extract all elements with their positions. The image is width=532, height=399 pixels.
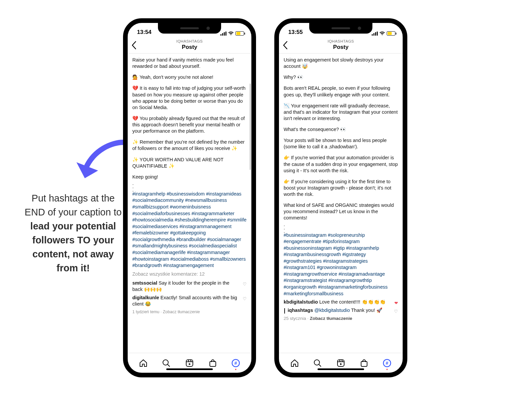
- caption-line: What's the consequence? 👀: [284, 126, 399, 133]
- like-comment-icon[interactable]: ♡: [394, 309, 398, 314]
- caption-line: 💔 It is easy to fall into trap of judgin…: [132, 85, 247, 111]
- hashtags-block[interactable]: #businessinstagram #solopreneurship #eng…: [284, 232, 399, 297]
- tab-hashtag[interactable]: #: [382, 358, 392, 368]
- home-icon: [290, 359, 299, 367]
- shop-icon: [360, 359, 368, 367]
- mention-link[interactable]: @kbdigitalstudio: [315, 308, 350, 313]
- svg-rect-14: [373, 33, 374, 36]
- tab-reels[interactable]: [185, 358, 195, 368]
- shop-icon: [208, 359, 217, 367]
- caption-line: Why? 👀: [284, 74, 399, 80]
- arrow-icon: [70, 139, 126, 186]
- tab-reels[interactable]: [336, 358, 346, 368]
- scroll-indicator[interactable]: [250, 83, 251, 170]
- tab-home[interactable]: [290, 358, 300, 368]
- comment-line[interactable]: digitalkunle Exactly! Small accounts wit…: [132, 295, 247, 307]
- svg-text:#: #: [234, 360, 237, 366]
- post-date: 25 stycznia: [284, 316, 306, 321]
- translate-link[interactable]: Zobacz tłumaczenie: [310, 316, 352, 321]
- tip-caption: Put hashtags at the END of your caption …: [23, 191, 123, 275]
- svg-rect-1: [222, 33, 223, 36]
- phone-notch: [158, 23, 221, 34]
- like-comment-icon[interactable]: ❤: [394, 300, 398, 306]
- header-title: Posty: [176, 44, 203, 51]
- post-content[interactable]: Raise your hand if vanity metrics made y…: [128, 54, 251, 353]
- caption-line: 👉 If you're worried that your automation…: [284, 155, 399, 174]
- caption-line: 💔 You probably already figured out that …: [132, 115, 247, 134]
- caption-line: Raise your hand if vanity metrics made y…: [132, 57, 247, 69]
- wifi-icon: [379, 32, 385, 36]
- tab-hashtag[interactable]: #: [231, 358, 241, 368]
- home-indicator[interactable]: [166, 368, 213, 370]
- tab-search[interactable]: [313, 358, 323, 368]
- nav-header: IQHASHTAGS Posty: [128, 37, 251, 54]
- phone-notch: [309, 23, 372, 34]
- svg-rect-23: [361, 361, 367, 366]
- post-content[interactable]: Using an engagement bot slowly destroys …: [279, 54, 403, 353]
- svg-rect-10: [210, 361, 216, 366]
- back-button[interactable]: [131, 41, 137, 51]
- comment-line[interactable]: smtssocial Say it louder for the people …: [132, 280, 247, 293]
- hashtag-icon: #: [383, 359, 391, 367]
- speaker-grill: [180, 27, 199, 29]
- svg-rect-2: [224, 32, 225, 36]
- comment-user[interactable]: kbdigitalstudio: [284, 299, 318, 305]
- svg-rect-15: [375, 32, 376, 36]
- comment-user[interactable]: digitalkunle: [132, 295, 159, 300]
- tab-bar: #: [279, 353, 403, 373]
- svg-line-18: [319, 364, 321, 366]
- status-time: 13:55: [288, 29, 303, 36]
- comment-user[interactable]: smtssocial: [132, 280, 157, 286]
- post-meta: 1 tydzień temu · Zobacz tłumaczenie: [132, 309, 247, 315]
- comment-user[interactable]: iqhashtags: [288, 308, 313, 313]
- header-subtitle: IQHASHTAGS: [176, 39, 203, 44]
- tab-home[interactable]: [138, 358, 148, 368]
- status-time: 13:54: [137, 29, 151, 36]
- home-indicator[interactable]: [318, 368, 364, 370]
- comment-text: Love the content!!!! 👏👏👏👏: [319, 299, 385, 305]
- battery-icon: [387, 31, 395, 36]
- comment-text: Thank you! 🚀: [351, 308, 382, 313]
- svg-rect-19: [337, 360, 344, 366]
- front-camera: [358, 27, 361, 30]
- tip-text: Put hashtags at the END of your caption …: [25, 193, 122, 217]
- hashtags-block[interactable]: #instagramhelp #businesswisdom #instagra…: [132, 191, 247, 269]
- view-all-comments[interactable]: Zobacz wszystkie komentarze: 12: [132, 271, 247, 277]
- svg-line-5: [168, 364, 170, 366]
- tab-search[interactable]: [161, 358, 171, 368]
- phone-mockup-right: 13:55 IQHASHTAGS Posty: [274, 18, 407, 377]
- comment-line[interactable]: kbdigitalstudio Love the content!!!! 👏👏👏…: [284, 299, 399, 305]
- search-icon: [313, 359, 322, 367]
- svg-rect-6: [186, 360, 193, 366]
- battery-icon: [235, 31, 244, 36]
- comment-reply-line[interactable]: iqhashtags @kbdigitalstudio Thank you! 🚀…: [284, 307, 399, 314]
- search-icon: [162, 359, 171, 367]
- tab-shop[interactable]: [359, 358, 369, 368]
- hashtag-icon: #: [231, 359, 240, 367]
- spacer-dots: ...: [284, 222, 399, 232]
- caption-line: What kind of SAFE and ORGANIC strategies…: [284, 202, 399, 221]
- svg-rect-0: [220, 34, 221, 36]
- svg-rect-13: [372, 34, 373, 36]
- caption-line: Bots aren't REAL people, so even if your…: [284, 85, 399, 98]
- phone-mockup-left: 13:54 IQHASHTAGS Posty: [123, 18, 256, 377]
- like-comment-icon[interactable]: ♡: [243, 296, 247, 302]
- like-comment-icon[interactable]: ♡: [243, 281, 247, 287]
- nav-header: IQHASHTAGS Posty: [279, 37, 403, 54]
- caption-line: 📉 Your engagement rate will gradually de…: [284, 103, 399, 122]
- caption-line: ✨ Remember that you're not defined by th…: [132, 139, 247, 152]
- speaker-grill: [332, 27, 350, 29]
- svg-rect-16: [377, 32, 378, 36]
- notification-dot: [235, 369, 236, 370]
- cellular-icon: [220, 32, 226, 36]
- svg-text:#: #: [386, 360, 388, 366]
- back-button[interactable]: [282, 41, 288, 51]
- caption-line: 👉 If you're considering using it for the…: [284, 179, 399, 198]
- svg-rect-3: [225, 32, 226, 36]
- caption-line: Using an engagement bot slowly destroys …: [284, 57, 399, 69]
- caption-line: Keep going!: [132, 174, 247, 180]
- front-camera: [206, 27, 210, 30]
- post-meta: 25 stycznia · Zobacz tłumaczenie: [284, 316, 399, 322]
- caption-line: ✨ YOUR WORTH AND VALUE ARE NOT QUANTIFIA…: [132, 157, 247, 169]
- tab-shop[interactable]: [208, 358, 218, 368]
